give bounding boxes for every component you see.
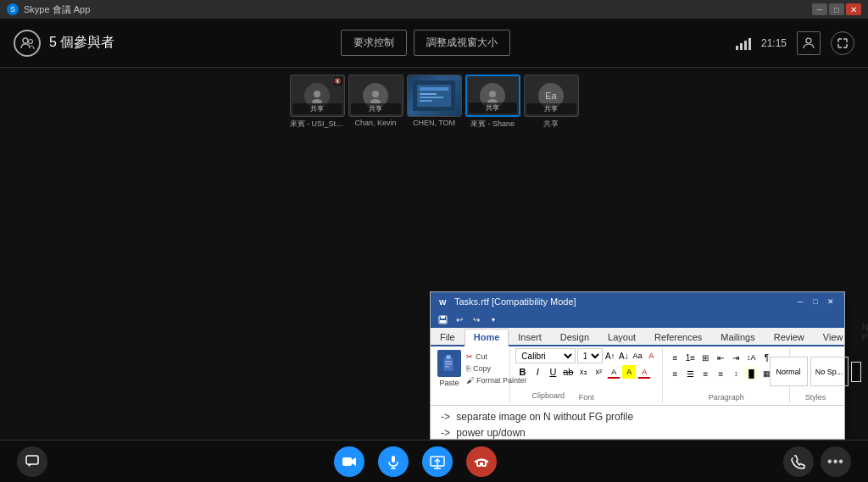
video-button[interactable] xyxy=(334,446,364,477)
decrease-indent-button[interactable]: ⇤ xyxy=(714,351,727,364)
redo-icon[interactable]: ↪ xyxy=(470,313,483,326)
word-close-button[interactable]: ✕ xyxy=(824,296,837,307)
svg-rect-11 xyxy=(420,97,443,98)
close-button[interactable]: ✕ xyxy=(846,3,861,15)
tab-references[interactable]: References xyxy=(645,329,711,345)
align-left-button[interactable]: ≡ xyxy=(668,367,682,380)
cut-label: Cut xyxy=(476,352,487,361)
paste-button[interactable]: Paste xyxy=(437,350,461,387)
signal-bars-icon xyxy=(736,36,751,50)
underline-button[interactable]: U xyxy=(546,365,559,379)
svg-rect-12 xyxy=(420,100,432,102)
word-content-area[interactable]: -> separate image on N without FG profil… xyxy=(431,406,844,439)
numbering-button[interactable]: 1≡ xyxy=(683,351,697,364)
tab-file[interactable]: File xyxy=(431,329,465,345)
svg-point-1 xyxy=(29,39,33,43)
bold-button[interactable]: B xyxy=(515,365,529,379)
italic-button[interactable]: I xyxy=(531,365,544,379)
hangup-button[interactable] xyxy=(466,446,497,477)
grow-font-button[interactable]: A↑ xyxy=(604,349,616,363)
shrink-font-button[interactable]: A↓ xyxy=(618,349,630,363)
bottom-center xyxy=(334,446,497,477)
increase-indent-button[interactable]: ⇥ xyxy=(729,351,743,364)
undo-icon[interactable]: ↩ xyxy=(453,313,466,326)
participants-icon xyxy=(14,30,41,57)
list-item[interactable]: 共享 🔇 來賓 - USI_Sta... xyxy=(290,75,345,130)
top-right: 21:15 xyxy=(736,31,854,55)
font-group: Calibri 11 A↑ A↓ Aa A B I U ab x₂ x² xyxy=(510,348,663,403)
word-title: Tasks.rtf [Compatibility Mode] xyxy=(454,296,576,307)
tab-view[interactable]: View xyxy=(814,329,853,345)
svg-rect-23 xyxy=(445,363,452,365)
word-document-overlay[interactable]: W Tasks.rtf [Compatibility Mode] ─ □ ✕ ↩… xyxy=(430,291,845,440)
phone-button[interactable] xyxy=(783,446,814,477)
thumbnail-ea[interactable]: Ea 共享 xyxy=(524,75,579,117)
font-size-select[interactable]: 11 xyxy=(577,348,603,363)
style-no-spacing[interactable]: No Sp... xyxy=(810,357,849,386)
align-right-button[interactable]: ≡ xyxy=(698,367,712,380)
font-color-button[interactable]: A xyxy=(637,365,651,379)
superscript-button[interactable]: x² xyxy=(592,365,605,379)
tab-design[interactable]: Design xyxy=(551,329,598,345)
sort-button[interactable]: ↕A xyxy=(744,351,758,364)
maximize-button[interactable]: □ xyxy=(829,3,844,15)
list-item[interactable]: Ea 共享 共享 xyxy=(524,75,579,130)
change-case-button[interactable]: Aa xyxy=(632,349,643,363)
styles-group: Normal No Sp... ▲ ▼ ⊞ Styles xyxy=(790,348,841,403)
font-name-select[interactable]: Calibri xyxy=(515,348,575,363)
tab-layout[interactable]: Layout xyxy=(598,329,645,345)
expand-button[interactable] xyxy=(831,31,854,55)
subscript-button[interactable]: x₂ xyxy=(576,365,590,379)
list-item[interactable]: 共享 來賓 - Shane xyxy=(465,75,520,130)
word-title-controls[interactable]: ─ □ ✕ xyxy=(793,296,837,307)
clipboard-group: Paste ✂ Cut ⎘ Copy 🖌 Format xyxy=(434,348,510,403)
participant-status: 共享 xyxy=(351,103,401,114)
justify-button[interactable]: ≡ xyxy=(714,367,727,380)
svg-point-3 xyxy=(314,91,320,97)
mute-button[interactable] xyxy=(378,446,409,477)
style-normal[interactable]: Normal xyxy=(770,357,808,386)
svg-point-2 xyxy=(806,38,811,43)
word-text-1: separate image on N without FG profile xyxy=(456,411,633,423)
copy-label: Copy xyxy=(473,364,491,373)
thumbnail-chen-tom[interactable] xyxy=(407,75,462,117)
highlight-button[interactable]: A xyxy=(645,349,657,363)
text-color-button[interactable]: A xyxy=(607,365,620,379)
shading-button[interactable]: █ xyxy=(744,367,758,380)
word-maximize-button[interactable]: □ xyxy=(809,296,822,307)
tab-home[interactable]: Home xyxy=(465,329,509,346)
word-ribbon-tabs: File Home Insert Design Layout Reference… xyxy=(431,328,844,346)
share-screen-button[interactable] xyxy=(422,446,453,477)
word-line-2: -> power up/down xyxy=(441,425,834,439)
resize-button[interactable]: 調整成視窗大小 xyxy=(414,30,510,56)
tab-review[interactable]: Review xyxy=(765,329,814,345)
paragraph-label: Paragraph xyxy=(709,391,744,403)
minimize-button[interactable]: ─ xyxy=(812,3,827,15)
list-item[interactable]: 共享 Chan, Kevin xyxy=(348,75,403,127)
save-icon[interactable] xyxy=(436,313,449,326)
title-bar-controls[interactable]: ─ □ ✕ xyxy=(812,3,861,15)
participants-info: 5 個參與者 xyxy=(14,30,114,57)
align-center-button[interactable]: ☰ xyxy=(683,367,697,380)
highlight-color-button[interactable]: A xyxy=(622,365,636,379)
bullets-button[interactable]: ≡ xyxy=(668,351,682,364)
word-minimize-button[interactable]: ─ xyxy=(793,296,807,307)
tab-mailings[interactable]: Mailings xyxy=(711,329,764,345)
paste-label: Paste xyxy=(439,379,459,387)
tab-nitro[interactable]: Nitro Pro xyxy=(852,319,868,345)
tab-insert[interactable]: Insert xyxy=(509,329,551,345)
thumbnail-chan-kevin[interactable]: 共享 xyxy=(348,75,403,117)
chat-button[interactable] xyxy=(17,446,47,477)
request-control-button[interactable]: 要求控制 xyxy=(341,30,407,56)
multilevel-list-button[interactable]: ⊞ xyxy=(698,351,712,364)
qat-dropdown-icon[interactable]: ▼ xyxy=(487,313,500,326)
more-button[interactable]: ••• xyxy=(821,446,851,477)
list-item[interactable]: CHEN, TOM xyxy=(407,75,462,127)
styles-scroll[interactable]: ▲ ▼ ⊞ xyxy=(851,362,862,382)
line-spacing-button[interactable]: ↕ xyxy=(729,367,743,380)
thumbnail-shane[interactable]: 共享 xyxy=(465,75,520,117)
strikethrough-button[interactable]: ab xyxy=(561,365,575,379)
top-center-buttons: 要求控制 調整成視窗大小 xyxy=(341,30,510,56)
avatar-button[interactable] xyxy=(797,31,821,55)
thumbnail-ust-stanley[interactable]: 共享 🔇 xyxy=(290,75,345,117)
